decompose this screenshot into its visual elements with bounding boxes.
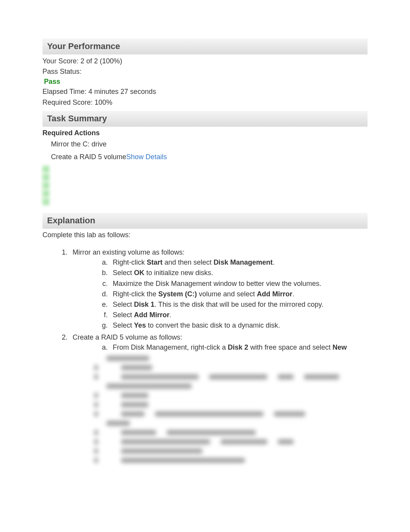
step-1c: Maximize the Disk Management window to b… [110, 279, 368, 289]
performance-heading: Your Performance [42, 39, 368, 54]
obscured-details [42, 166, 368, 205]
pass-status-value: Pass [42, 77, 368, 87]
check-icon [42, 140, 49, 148]
step-2-title: Create a RAID 5 volume as follows: [73, 333, 182, 341]
action-row-raid5: Create a RAID 5 volume Show Details [42, 151, 368, 163]
step-1f: Select Add Mirror. [110, 310, 368, 320]
pass-status-label: Pass Status: [42, 66, 368, 77]
task-summary-heading: Task Summary [42, 111, 368, 127]
score-line: Your Score: 2 of 2 (100%) [42, 56, 368, 66]
action-mirror-text: Mirror the C: drive [51, 139, 107, 149]
step-1e: Select Disk 1. This is the disk that wil… [110, 299, 368, 310]
elapsed-time: Elapsed Time: 4 minutes 27 seconds [42, 87, 368, 97]
step-1a: Right-click Start and then select Disk M… [110, 257, 368, 268]
step-2a: From Disk Management, right-click a Disk… [110, 342, 368, 353]
step-1g: Select Yes to convert the basic disk to … [110, 320, 368, 331]
explanation-heading: Explanation [42, 213, 368, 229]
step-2: Create a RAID 5 volume as follows: From … [69, 332, 368, 354]
step-1-title: Mirror an existing volume as follows: [73, 248, 185, 256]
check-icon [42, 153, 49, 161]
step-1d: Right-click the System (C:) volume and s… [110, 289, 368, 299]
required-score: Required Score: 100% [42, 97, 368, 108]
step-1b: Select OK to initialize new disks. [110, 268, 368, 278]
step-1: Mirror an existing volume as follows: Ri… [69, 247, 368, 332]
explanation-intro: Complete this lab as follows: [42, 230, 368, 240]
action-raid5-text: Create a RAID 5 volume [51, 152, 126, 162]
action-row-mirror: Mirror the C: drive [42, 138, 368, 151]
required-actions-label: Required Actions [42, 128, 368, 138]
obscured-steps [42, 356, 368, 465]
show-details-link[interactable]: Show Details [126, 152, 167, 162]
